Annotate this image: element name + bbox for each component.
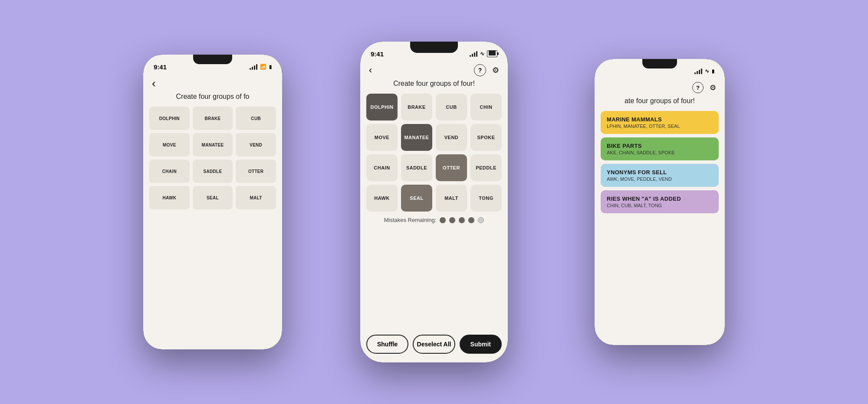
battery-icon-center [487, 50, 497, 57]
settings-button-center[interactable]: ⚙ [492, 65, 499, 75]
category-name-blue: YNONYMS FOR SELL [607, 169, 713, 176]
list-item[interactable]: SADDLE [193, 160, 233, 183]
wifi-icon-left: 📶 [260, 64, 266, 70]
list-item[interactable]: OTTER [436, 154, 467, 181]
list-item[interactable]: HAWK [366, 185, 398, 212]
list-item[interactable]: MALT [436, 185, 467, 212]
list-item[interactable]: MANATEE [193, 133, 233, 156]
signal-icon-center [470, 51, 477, 57]
right-phone: 9:41 ∿ ▮ ? ⚙ ate four groups of fou [595, 59, 725, 345]
game-title-left: Create four groups of fo [176, 93, 250, 101]
category-name-yellow: MARINE MAMMALS [607, 116, 713, 123]
mistake-dot-5 [478, 217, 484, 223]
game-title-right: ate four groups of four! [625, 97, 695, 105]
list-item[interactable]: DOLPHIN [149, 107, 190, 130]
list-item[interactable]: BRAKE [193, 107, 233, 130]
submit-button[interactable]: Submit [460, 335, 502, 354]
status-time-left: 9:41 [154, 63, 167, 71]
battery-icon-right: ▮ [712, 68, 714, 74]
list-item[interactable]: TONG [470, 185, 502, 212]
back-button-left[interactable]: ‹ [152, 77, 156, 90]
list-item[interactable]: MANATEE [401, 124, 432, 151]
list-item[interactable]: OTTER [236, 160, 276, 183]
list-item[interactable]: CHAIN [366, 154, 398, 181]
word-grid-left: DOLPHIN BRAKE CUB MOVE MANATEE VEND CHAI… [149, 107, 276, 209]
mistake-dot-1 [440, 217, 446, 223]
category-words-yellow: LPHIN, MANATEE, OTTER, SEAL [607, 124, 713, 129]
mistakes-label: Mistakes Remaining: [384, 217, 437, 223]
mistakes-row: Mistakes Remaining: [384, 217, 484, 223]
mistake-dot-4 [468, 217, 474, 223]
category-synonyms-sell: YNONYMS FOR SELL AWK, MOVE, PEDDLE, VEND [601, 164, 719, 187]
category-name-purple: RIES WHEN "A" IS ADDED [607, 195, 713, 202]
mistake-dot-2 [449, 217, 455, 223]
list-item[interactable]: CHIN [470, 94, 502, 121]
help-button-center[interactable]: ? [474, 64, 486, 76]
category-words-purple: CHIN, CUB, MALT, TONG [607, 203, 713, 208]
battery-icon-left: ▮ [269, 64, 272, 70]
list-item[interactable]: BRAKE [401, 94, 432, 121]
deselect-button[interactable]: Deselect All [413, 335, 455, 354]
list-item[interactable]: SADDLE [401, 154, 432, 181]
list-item[interactable]: SEAL [401, 185, 432, 212]
category-words-blue: AWK, MOVE, PEDDLE, VEND [607, 176, 713, 182]
list-item[interactable]: SEAL [193, 186, 233, 209]
shuffle-button[interactable]: Shuffle [366, 335, 408, 354]
category-name-green: BIKE PARTS [607, 143, 713, 149]
status-time-center: 9:41 [371, 50, 384, 58]
category-marine-mammals: MARINE MAMMALS LPHIN, MANATEE, OTTER, SE… [601, 111, 719, 134]
settings-button-right[interactable]: ⚙ [710, 83, 716, 92]
signal-icon-right [694, 68, 702, 74]
list-item[interactable]: DOLPHIN [366, 94, 398, 121]
list-item[interactable]: CHAIN [149, 160, 190, 183]
back-button-center[interactable]: ‹ [369, 65, 372, 76]
wifi-icon-right: ∿ [705, 68, 709, 74]
category-words-green: AKE, CHAIN, SADDLE, SPOKE [607, 150, 713, 155]
list-item[interactable]: VEND [236, 133, 276, 156]
game-title-center: Create four groups of four! [393, 80, 475, 88]
category-a-added: RIES WHEN "A" IS ADDED CHIN, CUB, MALT, … [601, 190, 719, 213]
list-item[interactable]: VEND [436, 124, 467, 151]
list-item[interactable]: MOVE [366, 124, 398, 151]
left-phone: 9:41 📶 ▮ ‹ Create four groups of fo DOLP… [143, 55, 282, 349]
center-phone: 9:41 ∿ ‹ ? ⚙ [360, 42, 508, 362]
bottom-buttons: Shuffle Deselect All Submit [360, 335, 508, 362]
word-grid-center: DOLPHIN BRAKE CUB CHIN MOVE MANATEE VEND… [366, 94, 502, 212]
help-button-right[interactable]: ? [692, 82, 704, 93]
category-bike-parts: BIKE PARTS AKE, CHAIN, SADDLE, SPOKE [601, 137, 719, 160]
list-item[interactable]: CUB [236, 107, 276, 130]
list-item[interactable]: HAWK [149, 186, 190, 209]
list-item[interactable]: MALT [236, 186, 276, 209]
list-item[interactable]: MOVE [149, 133, 190, 156]
list-item[interactable]: CUB [436, 94, 467, 121]
list-item[interactable]: PEDDLE [470, 154, 502, 181]
mistake-dot-3 [459, 217, 465, 223]
list-item[interactable]: SPOKE [470, 124, 502, 151]
wifi-icon-center: ∿ [480, 51, 484, 57]
signal-icon-left [250, 64, 257, 70]
